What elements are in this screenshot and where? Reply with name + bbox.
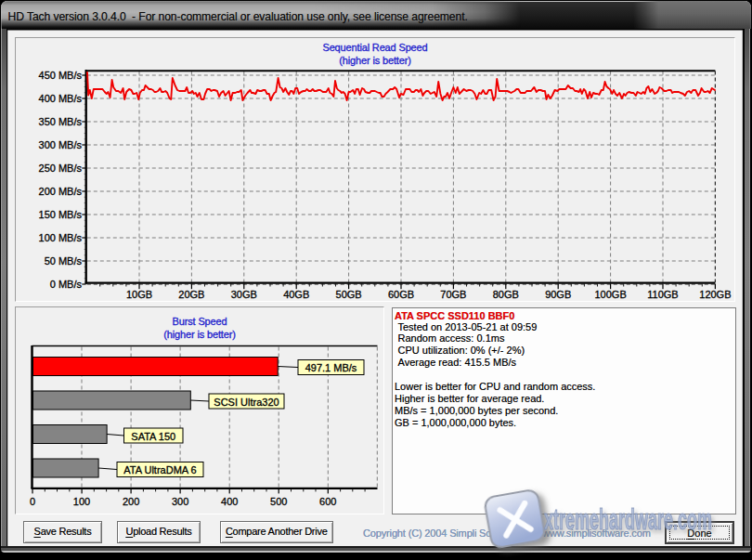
svg-text:xtremehardware.com: xtremehardware.com bbox=[544, 502, 712, 536]
